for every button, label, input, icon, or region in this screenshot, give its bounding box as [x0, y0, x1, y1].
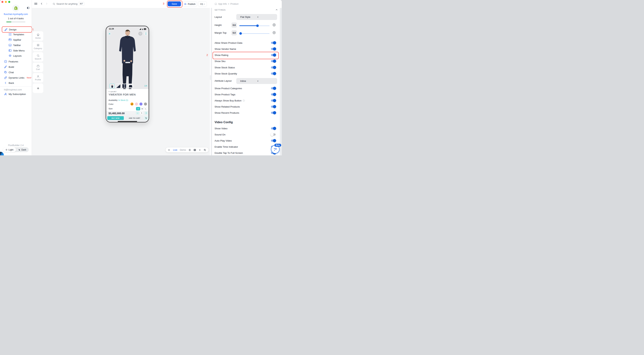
always-show-buy-button-toggle[interactable]: [271, 100, 276, 102]
show-vendor-name-toggle[interactable]: [271, 48, 276, 50]
size-chip-m[interactable]: M: [141, 107, 144, 110]
widget-home[interactable]: Home: [33, 31, 43, 41]
quantity-decrease-button[interactable]: −: [136, 111, 139, 115]
quantity-increase-button[interactable]: +: [144, 111, 148, 115]
show-recent-products-toggle[interactable]: [271, 112, 276, 114]
color-swatch-gray[interactable]: [144, 103, 147, 106]
grid-view-icon[interactable]: [194, 149, 196, 151]
history-back-icon[interactable]: [40, 2, 43, 5]
collapse-settings-icon[interactable]: [276, 9, 278, 11]
store-domain-link[interactable]: fluxchat.myshopify.com: [0, 13, 32, 16]
version-dropdown[interactable]: V1 ▾: [198, 2, 207, 7]
show-product-tags-toggle[interactable]: [271, 93, 276, 96]
side-menu-icon: [8, 49, 12, 52]
publish-button[interactable]: Publish: [182, 2, 197, 7]
gallery-thumbnail-2[interactable]: [116, 84, 121, 88]
brightness-icon[interactable]: [188, 149, 191, 151]
sidebar-toggle-icon[interactable]: [26, 7, 30, 9]
add-to-cart-button[interactable]: ADD TO CART: [126, 116, 143, 120]
close-preview-button[interactable]: [108, 32, 112, 36]
height-slider-thumb[interactable]: [256, 25, 259, 27]
settings-panel: App Info > Product SETTINGS Layout Flat …: [212, 0, 282, 155]
sidebar-item-chat[interactable]: Chat: [4, 70, 14, 75]
show-stock-quantity-toggle[interactable]: [271, 73, 276, 75]
gallery-thumbnail-4[interactable]: [128, 84, 133, 88]
annotation-2: 2: [206, 53, 208, 57]
add-widget-button[interactable]: [33, 84, 43, 93]
history-forward-icon[interactable]: [45, 2, 48, 5]
show-related-products-toggle[interactable]: [271, 106, 276, 108]
sidebar-item-appbar[interactable]: AppBar: [8, 38, 21, 42]
gallery-thumbnail-1[interactable]: [110, 84, 115, 88]
gallery-thumbnail-3[interactable]: [122, 84, 127, 88]
toggle-row-sound-on: Sound On: [214, 131, 276, 138]
toggle-label: Allow Share Product Data: [214, 42, 242, 44]
save-button[interactable]: Save: [168, 2, 181, 6]
widget-label: Category: [34, 47, 42, 50]
more-menu-button[interactable]: [144, 32, 148, 36]
layout-select[interactable]: Flat Style ▾: [236, 14, 277, 20]
height-increase-icon[interactable]: [272, 23, 276, 27]
apps-grid-icon[interactable]: [34, 3, 37, 5]
annotation-1: 1: [32, 28, 34, 31]
live-tab[interactable]: Live: [173, 149, 177, 151]
height-slider[interactable]: [239, 25, 270, 27]
sidebar-item-label: Layouts: [13, 55, 22, 57]
margin-top-slider-thumb[interactable]: [239, 32, 242, 35]
show-rating-toggle[interactable]: [271, 54, 276, 56]
sidebar-item-my-subscription[interactable]: My Subscription: [4, 92, 26, 96]
minimize-window-button[interactable]: [5, 1, 7, 3]
show-stock-status-toggle[interactable]: [271, 66, 276, 69]
arrow-left-icon[interactable]: [168, 149, 170, 151]
sidebar-item-side-menu[interactable]: Side Menu: [8, 48, 25, 53]
color-swatch-orange[interactable]: [130, 103, 134, 106]
toggle-label: Show Related Products: [214, 105, 240, 108]
sidebar-item-design[interactable]: Design: [2, 27, 32, 33]
allow-share-product-data-toggle[interactable]: [271, 42, 276, 44]
wishlist-button[interactable]: [138, 32, 142, 36]
sidebar-item-back[interactable]: Back: [4, 81, 14, 85]
size-chip-xl[interactable]: Xl: [136, 107, 140, 110]
close-window-button[interactable]: [2, 1, 4, 3]
demo-tab[interactable]: Demo: [180, 149, 186, 151]
sidebar-item-tabbar[interactable]: TabBar: [8, 43, 21, 48]
caret-down-icon: ▾: [258, 16, 275, 18]
sidebar-item-build[interactable]: Build: [4, 65, 14, 69]
margin-top-increase-icon[interactable]: [272, 31, 276, 34]
search-icon: [53, 3, 55, 5]
product-title: YWEATER FOR MEN: [108, 93, 136, 96]
sound-on-toggle[interactable]: [271, 133, 276, 136]
add-icon[interactable]: [198, 149, 201, 151]
theme-dark-button[interactable]: Dark: [16, 147, 29, 152]
breadcrumb-parent[interactable]: App Info: [218, 3, 227, 5]
sidebar-item-layouts[interactable]: Layouts: [8, 53, 22, 58]
panel-scrollbar[interactable]: [280, 8, 282, 155]
widget-search[interactable]: Search: [33, 52, 43, 62]
zoom-window-button[interactable]: [8, 1, 10, 3]
color-swatch-pink[interactable]: [135, 103, 138, 106]
product-photo: [106, 26, 148, 89]
auto-play-video-toggle[interactable]: [271, 140, 276, 142]
color-swatch-purple[interactable]: [140, 103, 142, 106]
show-sku-toggle[interactable]: [271, 60, 276, 62]
sidebar-item-dynamic-links[interactable]: Dynamic Links New!: [4, 75, 32, 80]
margin-top-slider[interactable]: [239, 32, 270, 35]
sidebar-item-templates[interactable]: Templates: [8, 32, 24, 37]
show-video-toggle[interactable]: [271, 127, 276, 130]
show-product-categories-toggle[interactable]: [271, 87, 276, 89]
widget-profile[interactable]: Profile: [33, 73, 43, 83]
buy-now-button[interactable]: BUY NOW: [107, 116, 124, 120]
toggle-label: Show Recent Products: [214, 112, 239, 114]
theme-light-button[interactable]: Light: [3, 147, 16, 152]
version-dropdown-label: V1: [200, 3, 203, 6]
widget-cart[interactable]: Cart: [33, 63, 43, 72]
cart-button[interactable]: [144, 116, 148, 120]
sidebar-item-features[interactable]: Features: [4, 59, 18, 64]
attribute-layout-select[interactable]: Inline ▾: [236, 78, 277, 84]
zoom-in-icon[interactable]: [204, 149, 206, 151]
help-circle-icon[interactable]: [242, 100, 245, 102]
widget-category[interactable]: Category: [33, 42, 43, 51]
size-chip-l[interactable]: L: [144, 107, 147, 110]
search-input[interactable]: Search for anything: [56, 3, 78, 5]
chat-widget-peek[interactable]: [0, 152, 4, 155]
